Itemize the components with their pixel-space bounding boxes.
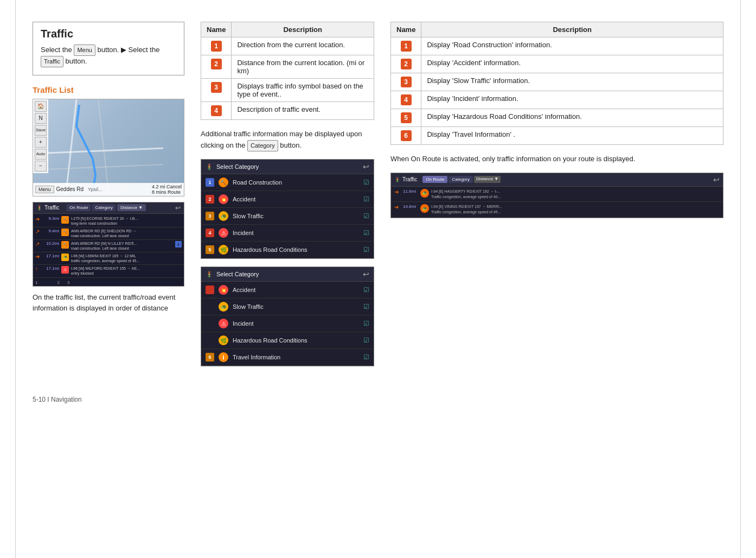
- list-item[interactable]: ↗ 10.2mi 🔨 ANN ARBOR RD [W] N LILLEY RD/…: [33, 240, 184, 252]
- cat-label-5: Hazardous Road Conditions: [233, 246, 359, 253]
- cat-label-travel: Travel Information: [233, 354, 359, 360]
- rd-icon-2: 🐢: [420, 204, 429, 213]
- device-tab-on-route[interactable]: On Route: [67, 204, 91, 211]
- list-item[interactable]: ↗ 9.4mi 🔨 ANN ARBOR RD [E] SHELDON RD →r…: [33, 227, 184, 240]
- table-row: 2 Distance from the current location. (m…: [201, 55, 374, 79]
- rd-text-2: I-94 [E] VINING RD/EXIT 197 → MERRI...Tr…: [431, 204, 720, 215]
- device-back-icon[interactable]: ↩: [175, 204, 181, 212]
- cat-row-5[interactable]: 5 🌿 Hazardous Road Conditions ☑: [201, 242, 374, 258]
- cat-check-3[interactable]: ☑: [363, 212, 369, 220]
- cat-title-1: 🚦 Select Category: [206, 163, 259, 170]
- traffic-button-inline[interactable]: Traffic: [41, 56, 63, 67]
- cat-check-1[interactable]: ☑: [363, 179, 369, 186]
- map-auto-icon[interactable]: Auto: [35, 149, 47, 160]
- cat-row-slow[interactable]: 🐢 Slow Traffic ☑: [201, 299, 374, 315]
- cat-num-acc: [206, 286, 214, 294]
- table-row: 1 Direction from the current location.: [201, 37, 374, 55]
- map-zoom-out-icon[interactable]: −: [35, 161, 47, 172]
- list-item[interactable]: ➜ 17.1mi 🐢 I-96 [W] I-696/M-5/EXIT 165 →…: [33, 252, 184, 265]
- cat-num-4: 4: [206, 229, 214, 237]
- cat-traffic-icon-2: 🚦: [206, 271, 213, 278]
- rd-traffic-icon: 🚦: [394, 177, 400, 182]
- row-desc: Distance from the current location. (mi …: [232, 55, 374, 79]
- rd-traffic-label: Traffic: [402, 176, 417, 182]
- rd-list-item-2[interactable]: ➜ 14.6mi 🐢 I-94 [E] VINING RD/EXIT 197 →…: [391, 202, 723, 218]
- cat-check-5[interactable]: ☑: [363, 246, 369, 253]
- badge-4: 4: [175, 241, 182, 248]
- category-button-inline[interactable]: Category: [247, 140, 278, 152]
- table-row: 1 Display 'Road Construction' informatio…: [391, 37, 723, 55]
- row-dist-1: 9.3mi: [44, 216, 59, 221]
- list-item[interactable]: ↑ 17.1mi ⚠ I-96 [W] MILFORD RD/EXIT 155 …: [33, 265, 184, 277]
- middle-column: Name Description 1 Direction from the cu…: [201, 22, 374, 374]
- map-home-icon[interactable]: 🏠: [35, 101, 47, 112]
- cat-row-acc[interactable]: 💥 Accident ☑: [201, 282, 374, 299]
- rd-dist-2: 14.6mi: [403, 204, 418, 209]
- cat-label-1: Road Construction: [233, 179, 359, 186]
- cat-traffic-icon-1: 🚦: [206, 163, 213, 170]
- rd-list-item-1[interactable]: ➜ 11.6mi 🐢 I-94 [E] HAGGERTY RD/EXIT 192…: [391, 187, 723, 202]
- map-menu-btn[interactable]: Menu: [35, 186, 54, 193]
- cat-check-haz[interactable]: ☑: [363, 337, 369, 344]
- cat-back-btn-2[interactable]: ↩: [363, 270, 369, 278]
- traffic-list-section: Traffic List 🏠 N: [33, 85, 184, 315]
- device-tab-category[interactable]: Category: [92, 204, 115, 211]
- cat-check-slow[interactable]: ☑: [363, 303, 369, 310]
- cat-device1-header: 🚦 Select Category ↩: [201, 160, 374, 174]
- cat-icon-construction: 🔨: [219, 177, 228, 187]
- row-num: 1: [201, 37, 232, 55]
- label-2: 2: [57, 280, 59, 285]
- cat-check-inc[interactable]: ☑: [363, 320, 369, 327]
- cat-back-btn-1[interactable]: ↩: [363, 162, 369, 171]
- table-row: 3 Displays traffic info symbol based on …: [201, 79, 374, 102]
- cat-row-4[interactable]: 4 ⚠ Incident ☑: [201, 225, 374, 242]
- label-3: 3: [67, 280, 69, 285]
- cat-icon-accident-2: 💥: [219, 285, 228, 295]
- cat-check-travel[interactable]: ☑: [363, 353, 369, 361]
- cat-num-slow: [206, 302, 214, 311]
- cat-check-2[interactable]: ☑: [363, 195, 369, 203]
- cat-num-inc: [206, 319, 214, 328]
- cat-label-inc: Incident: [233, 320, 359, 327]
- right-col-header-name: Name: [391, 22, 421, 37]
- cat-row-haz[interactable]: 🌿 Hazardous Road Conditions ☑: [201, 332, 374, 349]
- cat-row-travel[interactable]: 6 ℹ Travel Information ☑: [201, 349, 374, 366]
- traffic-description: Select the Menu button. ▶ Select the Tra…: [41, 45, 176, 67]
- rd-back-btn[interactable]: ↩: [713, 175, 720, 184]
- right-row-num-6: 6: [391, 127, 421, 145]
- rd-dist-1: 11.6mi: [403, 189, 418, 194]
- right-row-num-3: 3: [391, 73, 421, 91]
- left-column: Traffic Select the Menu button. ▶ Select…: [33, 22, 184, 314]
- list-item[interactable]: ➜ 9.3mi 🔨 I-275 [N] ECORSE RD/EXIT 20 → …: [33, 215, 184, 227]
- row-num: 4: [201, 102, 232, 120]
- rd-tab-on-route[interactable]: On Route: [422, 176, 447, 183]
- cat-row-1[interactable]: 1 🔨 Road Construction ☑: [201, 174, 374, 191]
- rd-tab-distance[interactable]: Distance ▼: [474, 176, 501, 183]
- map-zoom-in-icon[interactable]: +: [35, 137, 47, 148]
- cat-row-inc[interactable]: ⚠ Incident ☑: [201, 315, 374, 332]
- right-row-desc-6: Display 'Travel Information' .: [421, 127, 723, 145]
- cat-row-3[interactable]: 3 🐢 Slow Traffic ☑: [201, 208, 374, 225]
- col-header-name: Name: [201, 22, 232, 37]
- row-icon-2: 🔨: [61, 229, 69, 236]
- rd-tab-category[interactable]: Category: [449, 176, 472, 183]
- row-icon-3: 🔨: [61, 241, 69, 249]
- map-north-icon[interactable]: N: [35, 113, 47, 124]
- row-icon-4: 🐢: [61, 253, 69, 261]
- menu-button-inline[interactable]: Menu: [74, 45, 95, 56]
- cat-check-4[interactable]: ☑: [363, 229, 369, 237]
- table-row: 5 Display 'Hazardous Road Conditions' in…: [391, 109, 723, 127]
- right-row-num-1: 1: [391, 37, 421, 55]
- rd-arrow-1: ➜: [394, 189, 401, 195]
- device-tab-distance[interactable]: Distance ▼: [117, 204, 146, 211]
- map-save-icon[interactable]: Save: [35, 125, 47, 136]
- row-dist-3: 10.2mi: [44, 241, 59, 246]
- cat-title-label-2: Select Category: [216, 271, 259, 277]
- row-arrow-3: ↗: [35, 241, 42, 247]
- cat-check-acc[interactable]: ☑: [363, 286, 369, 294]
- middle-info-table: Name Description 1 Direction from the cu…: [201, 22, 374, 120]
- device-bottom-labels: 1 2 3: [33, 279, 184, 286]
- svg-line-1: [33, 148, 163, 154]
- cat-row-2[interactable]: 2 💥 Accident ☑: [201, 191, 374, 208]
- right-row-desc-5: Display 'Hazardous Road Conditions' info…: [421, 109, 723, 127]
